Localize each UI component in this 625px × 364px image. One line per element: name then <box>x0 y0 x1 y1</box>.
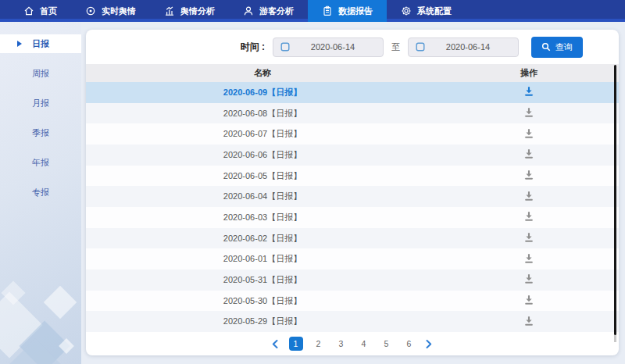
report-name: 2020-06-05【日报】 <box>86 170 439 182</box>
table-scrollbar[interactable] <box>614 65 616 335</box>
table-row[interactable]: 2020-05-31【日报】 <box>86 269 619 291</box>
table-row[interactable]: 2020-06-09【日报】 <box>86 82 619 103</box>
page-button[interactable]: 1 <box>289 337 303 351</box>
main-area: 时间 : 2020-06-14 至 2020-06-14 查询 名称 操作 <box>81 22 625 364</box>
date-range-separator: 至 <box>391 41 400 53</box>
search-icon <box>541 42 551 52</box>
sidebar-item-label: 月报 <box>32 98 49 109</box>
report-name: 2020-06-09【日报】 <box>86 87 439 98</box>
download-icon[interactable] <box>523 86 534 97</box>
sidebar-decoration <box>44 286 77 319</box>
download-icon[interactable] <box>523 232 534 243</box>
table-row[interactable]: 2020-06-03【日报】 <box>86 207 619 228</box>
report-name: 2020-06-06【日报】 <box>86 149 439 161</box>
table-row[interactable]: 2020-05-29【日报】 <box>86 311 619 332</box>
start-date-input[interactable]: 2020-06-14 <box>273 37 384 57</box>
download-icon[interactable] <box>523 316 534 327</box>
table-row[interactable]: 2020-06-05【日报】 <box>86 166 619 187</box>
report-name: 2020-06-07【日报】 <box>86 128 439 140</box>
nav-item-label: 系统配置 <box>417 5 452 17</box>
download-icon[interactable] <box>523 273 534 284</box>
top-navbar: 首页 实时舆情 舆情分析 游客分析 数据报告 系统配置 <box>0 0 625 22</box>
time-label: 时间 : <box>241 41 265 54</box>
nav-item-label: 舆情分析 <box>180 5 215 17</box>
calendar-icon <box>416 42 425 52</box>
sidebar-item[interactable]: 月报 <box>0 94 81 112</box>
gear-icon <box>401 5 412 16</box>
report-card: 时间 : 2020-06-14 至 2020-06-14 查询 名称 操作 <box>86 30 619 355</box>
report-name: 2020-06-08【日报】 <box>86 108 439 120</box>
download-icon[interactable] <box>523 148 534 159</box>
nav-item[interactable]: 舆情分析 <box>150 0 229 22</box>
nav-item[interactable]: 首页 <box>9 0 71 22</box>
pagination: 1 2 3 4 5 6 <box>86 332 619 355</box>
chart-icon <box>164 5 175 16</box>
download-icon[interactable] <box>523 294 534 305</box>
download-icon[interactable] <box>523 253 534 264</box>
table-body: 2020-06-09【日报】 2020-06-08【日报】 20 <box>86 82 619 332</box>
nav-item[interactable]: 数据报告 <box>308 0 387 22</box>
table-row[interactable]: 2020-06-06【日报】 <box>86 145 619 166</box>
nav-item[interactable]: 实时舆情 <box>71 0 150 22</box>
table-row[interactable]: 2020-06-02【日报】 <box>86 228 619 249</box>
home-icon <box>23 5 34 16</box>
report-name: 2020-06-02【日报】 <box>86 233 439 244</box>
nav-item[interactable]: 系统配置 <box>387 0 466 22</box>
sidebar-item-label: 日报 <box>32 38 49 50</box>
page-list: 1 2 3 4 5 6 <box>289 337 416 351</box>
table-row[interactable]: 2020-06-01【日报】 <box>86 248 619 269</box>
end-date-value: 2020-06-14 <box>425 42 511 52</box>
report-name: 2020-06-03【日报】 <box>86 212 439 223</box>
page-button[interactable]: 6 <box>402 337 416 351</box>
sidebar-item-label: 周报 <box>32 68 49 80</box>
report-name: 2020-05-30【日报】 <box>86 295 439 307</box>
sidebar-item-label: 专报 <box>32 187 49 198</box>
nav-item-label: 首页 <box>40 5 57 17</box>
column-header-operation: 操作 <box>439 67 619 79</box>
sidebar: 日报 周报 月报 季报 年报 <box>0 22 81 364</box>
table-row[interactable]: 2020-05-30【日报】 <box>86 291 619 312</box>
sidebar-item[interactable]: 周报 <box>0 64 81 83</box>
chevron-right-icon[interactable] <box>425 338 434 349</box>
page-content: 日报 周报 月报 季报 年报 <box>0 22 625 364</box>
nav-item-label: 数据报告 <box>338 5 373 17</box>
report-name: 2020-06-01【日报】 <box>86 253 439 265</box>
search-button-label: 查询 <box>555 41 573 53</box>
report-name: 2020-05-31【日报】 <box>86 274 439 286</box>
table-header: 名称 操作 <box>86 64 619 82</box>
search-button[interactable]: 查询 <box>531 37 583 58</box>
nav-item[interactable]: 游客分析 <box>229 0 308 22</box>
table-row[interactable]: 2020-06-07【日报】 <box>86 123 619 145</box>
report-icon <box>322 5 333 16</box>
nav-item-label: 游客分析 <box>259 5 294 17</box>
active-triangle-icon <box>17 41 22 47</box>
report-name: 2020-06-04【日报】 <box>86 191 439 202</box>
eye-icon <box>85 5 96 16</box>
sidebar-item[interactable]: 日报 <box>0 34 81 53</box>
sidebar-menu: 日报 周报 月报 季报 年报 <box>0 34 81 202</box>
table-row[interactable]: 2020-06-08【日报】 <box>86 103 619 124</box>
download-icon[interactable] <box>523 211 534 222</box>
chevron-left-icon[interactable] <box>271 338 280 349</box>
page-button[interactable]: 5 <box>380 337 394 351</box>
page-button[interactable]: 4 <box>357 337 371 351</box>
download-icon[interactable] <box>523 107 534 118</box>
sidebar-item[interactable]: 季报 <box>0 123 81 142</box>
filter-bar: 时间 : 2020-06-14 至 2020-06-14 查询 <box>86 30 619 64</box>
nav-item-label: 实时舆情 <box>102 5 136 17</box>
table-row[interactable]: 2020-06-04【日报】 <box>86 186 619 207</box>
page-button[interactable]: 3 <box>334 337 348 351</box>
column-header-name: 名称 <box>86 67 439 79</box>
user-icon <box>243 5 254 16</box>
download-icon[interactable] <box>523 191 534 202</box>
sidebar-item[interactable]: 年报 <box>0 153 81 172</box>
page-button[interactable]: 2 <box>312 337 326 351</box>
sidebar-item-label: 季报 <box>32 127 49 139</box>
sidebar-item[interactable]: 专报 <box>0 183 81 202</box>
end-date-input[interactable]: 2020-06-14 <box>408 37 519 57</box>
sidebar-item-label: 年报 <box>32 157 49 169</box>
download-icon[interactable] <box>523 128 534 139</box>
start-date-value: 2020-06-14 <box>290 42 376 52</box>
download-icon[interactable] <box>523 170 534 180</box>
report-name: 2020-05-29【日报】 <box>86 316 439 327</box>
